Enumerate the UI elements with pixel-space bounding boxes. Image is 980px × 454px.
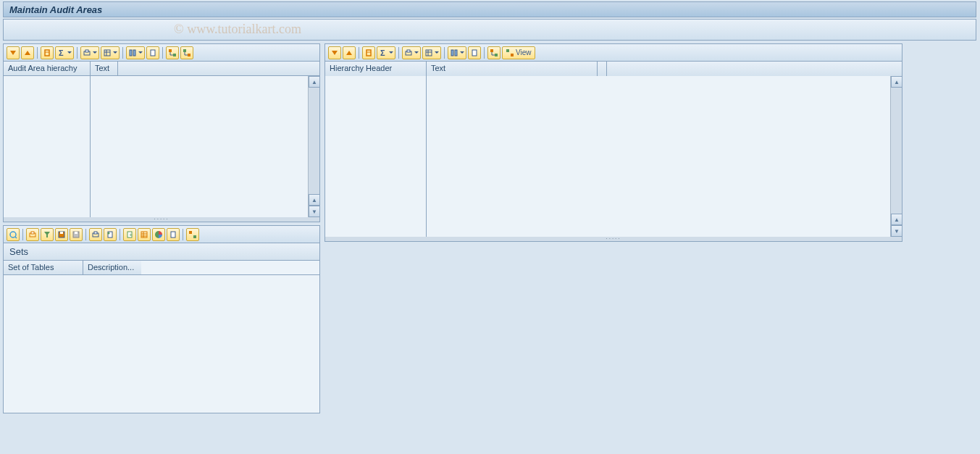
data-col-1 (4, 76, 91, 217)
col-audit-area-hier[interactable]: Audit Area hierachy (4, 62, 91, 75)
layout-button[interactable] (101, 46, 120, 59)
audit-area-panel: Σ Audit Area hierachy Text ▲ (3, 43, 320, 222)
right-column: Σ View Hierarchy Header Text (324, 43, 902, 416)
svg-rect-24 (31, 232, 34, 234)
data-col-1 (325, 76, 427, 237)
data-col-2 (91, 76, 319, 217)
export-print-button[interactable] (89, 228, 102, 241)
layout2-button[interactable] (186, 228, 199, 241)
expand-all-button[interactable] (328, 46, 341, 59)
sum-button[interactable]: Σ (55, 46, 74, 59)
svg-rect-13 (169, 49, 172, 52)
document2-button[interactable] (167, 228, 180, 241)
graphic-button[interactable] (152, 228, 165, 241)
svg-rect-53 (451, 50, 453, 56)
col-text[interactable]: Text (91, 62, 118, 75)
col-spacer (141, 261, 319, 274)
col-set-of-tables[interactable]: Set of Tables (4, 261, 83, 274)
scroll-up2-icon[interactable]: ▲ (309, 194, 320, 206)
vertical-scrollbar[interactable]: ▲ ▲ ▼ (890, 76, 902, 237)
application-toolbar (3, 19, 976, 41)
filter-button[interactable] (41, 228, 54, 241)
hier-view-button[interactable]: View (502, 46, 535, 59)
splitter-handle[interactable]: ····· (325, 237, 902, 241)
separator (122, 47, 123, 59)
svg-point-21 (10, 232, 16, 237)
svg-rect-14 (173, 54, 176, 56)
col-text[interactable]: Text (427, 62, 598, 76)
svg-rect-40 (171, 232, 175, 237)
document-button[interactable] (146, 46, 159, 59)
separator (398, 47, 399, 59)
svg-rect-42 (193, 235, 196, 238)
svg-marker-44 (346, 51, 352, 55)
svg-rect-27 (60, 232, 63, 234)
svg-text:Σ: Σ (380, 49, 385, 57)
svg-rect-41 (189, 231, 192, 234)
scroll-up2-icon[interactable]: ▲ (891, 214, 902, 225)
audit-area-toolbar: Σ (4, 44, 319, 62)
svg-rect-55 (472, 50, 477, 56)
sets-column-headers: Set of Tables Description... (4, 261, 319, 275)
hier-left-button[interactable] (166, 46, 179, 59)
find-button[interactable] (362, 46, 375, 59)
print-button[interactable] (402, 46, 421, 59)
svg-line-22 (15, 237, 17, 238)
separator (162, 47, 163, 59)
scroll-up-icon[interactable]: ▲ (891, 76, 902, 88)
hier-left-button[interactable] (487, 46, 501, 59)
hierarchy-data: ▲ ▲ ▼ (325, 76, 902, 237)
title-bar: Maintain Audit Areas (3, 1, 976, 17)
find-button[interactable] (41, 46, 54, 59)
export-button[interactable] (104, 228, 117, 241)
col-spacer (118, 62, 319, 75)
vertical-scrollbar[interactable]: ▲ ▲ ▼ (308, 76, 319, 217)
sum-button[interactable]: Σ (377, 46, 395, 59)
details-button[interactable] (7, 228, 20, 241)
svg-rect-18 (188, 54, 190, 56)
svg-rect-45 (367, 50, 371, 56)
document-button[interactable] (468, 46, 481, 59)
sets-panel: + Sets Set of Tables Description... (3, 225, 320, 413)
collapse-all-button[interactable] (21, 46, 34, 59)
left-column: Σ Audit Area hierachy Text ▲ (3, 43, 320, 416)
col-description[interactable]: Description... (83, 261, 141, 274)
save-variant-button[interactable] (70, 228, 83, 241)
create-button[interactable]: + (123, 228, 136, 241)
grid-button[interactable] (138, 228, 151, 241)
svg-rect-36 (141, 232, 147, 237)
col-spacer (607, 62, 902, 76)
audit-area-column-headers: Audit Area hierachy Text (4, 62, 319, 76)
print-button[interactable] (80, 46, 99, 59)
data-col-2 (427, 76, 902, 237)
sets-title: Sets (4, 243, 319, 261)
svg-rect-29 (75, 232, 78, 234)
svg-marker-25 (44, 232, 50, 237)
scroll-up-icon[interactable]: ▲ (309, 76, 320, 88)
svg-rect-54 (455, 50, 457, 56)
hierarchy-column-headers: Hierarchy Header Text (325, 62, 902, 76)
svg-rect-57 (495, 54, 498, 56)
splitter-handle[interactable]: ····· (4, 217, 319, 222)
svg-rect-50 (426, 50, 432, 56)
audit-area-data: ▲ ▲ ▼ (4, 76, 319, 217)
sets-toolbar: + (4, 226, 319, 243)
print-button[interactable] (26, 228, 39, 241)
sets-data (4, 275, 319, 413)
separator (359, 47, 359, 59)
expand-all-button[interactable] (7, 46, 20, 59)
svg-rect-2 (45, 50, 49, 56)
scroll-down-icon[interactable]: ▼ (891, 225, 902, 237)
col-hierarchy-header[interactable]: Hierarchy Header (325, 62, 427, 76)
save-button[interactable] (55, 228, 68, 241)
svg-text:Σ: Σ (59, 49, 64, 57)
separator (85, 229, 86, 240)
main-content: Σ Audit Area hierachy Text ▲ (0, 43, 980, 416)
column-button[interactable] (126, 46, 145, 59)
collapse-all-button[interactable] (343, 46, 356, 59)
svg-rect-11 (133, 50, 135, 56)
column-button[interactable] (448, 46, 466, 59)
scroll-down-icon[interactable]: ▼ (309, 206, 320, 217)
layout-button[interactable] (422, 46, 441, 59)
hier-right-button[interactable] (180, 46, 193, 59)
